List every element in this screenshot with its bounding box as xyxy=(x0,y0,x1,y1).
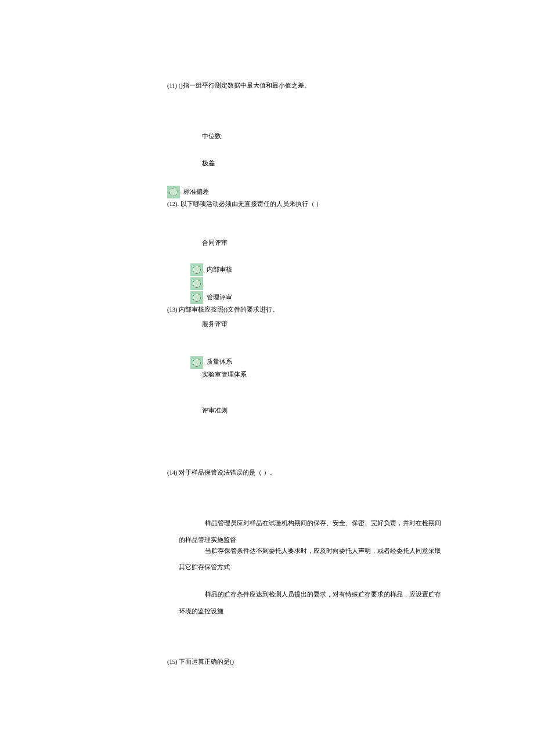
q12-opt-blank[interactable] xyxy=(190,277,486,290)
radio-icon xyxy=(190,277,203,290)
q13-opt-quality[interactable]: 质量体系 xyxy=(190,356,486,369)
q11-opt-median[interactable]: 中位数 xyxy=(202,132,486,142)
radio-icon xyxy=(190,291,203,304)
q12-opt-contract[interactable]: 合同评审 xyxy=(202,238,486,248)
q12-opt-mgmt-label: 管理评审 xyxy=(207,293,232,303)
q11-opt-range[interactable]: 极差 xyxy=(202,159,486,169)
q13-opt-service[interactable]: 服务评审 xyxy=(202,320,486,330)
q14-opt3-cont: 环境的监控设施 xyxy=(179,607,486,617)
q15-header: (15) 下面运算正确的是() xyxy=(167,657,486,667)
q12-header: (12). 以下哪项活动必须由无直接责任的人员来执行（ ） xyxy=(167,200,486,209)
q11-opt-stddev-label: 标准偏差 xyxy=(183,187,209,197)
q14-opt2-lead[interactable]: 当贮存保管条件达不到委托人要求时，应及时向委托人声明，或者经委托人同意采取 xyxy=(205,547,486,556)
q11-opt-stddev[interactable]: 标准偏差 xyxy=(167,186,486,198)
q12-opt-mgmt-review[interactable]: 管理评审 xyxy=(190,291,486,304)
q11-header: (11) ()指一组平行测定数据中最大值和最小值之差。 xyxy=(167,81,486,91)
q13-header: (13) 内部审核应按照()文件的要求进行。 xyxy=(167,305,486,315)
q12-opt-internal-audit[interactable]: 内部审核 xyxy=(190,263,486,276)
q14-opt2-cont: 其它贮存保管方式 xyxy=(179,563,486,573)
radio-icon xyxy=(167,186,180,198)
q14-opt3-lead[interactable]: 样品的贮存条件应达到检测人员提出的要求，对有特殊贮存要求的样品，应设置贮存 xyxy=(205,590,486,600)
q12-opt-internal-label: 内部审核 xyxy=(207,265,232,275)
q14-header: (14) 对于样品保管说法错误的是（ ）。 xyxy=(167,468,486,478)
q13-opt-criteria[interactable]: 评审准则 xyxy=(202,406,486,416)
q13-opt-lab[interactable]: 实验室管理体系 xyxy=(202,370,486,380)
radio-icon xyxy=(190,263,203,276)
q13-opt-quality-label: 质量体系 xyxy=(207,357,232,367)
q14-opt1-cont: 的样品管理实施监督 xyxy=(179,536,486,545)
q14-opt1-lead[interactable]: 样品管理员应对样品在试验机构期间的保存、安全、保密、完好负责，并对在检期间 xyxy=(205,519,486,529)
radio-icon xyxy=(190,356,203,369)
